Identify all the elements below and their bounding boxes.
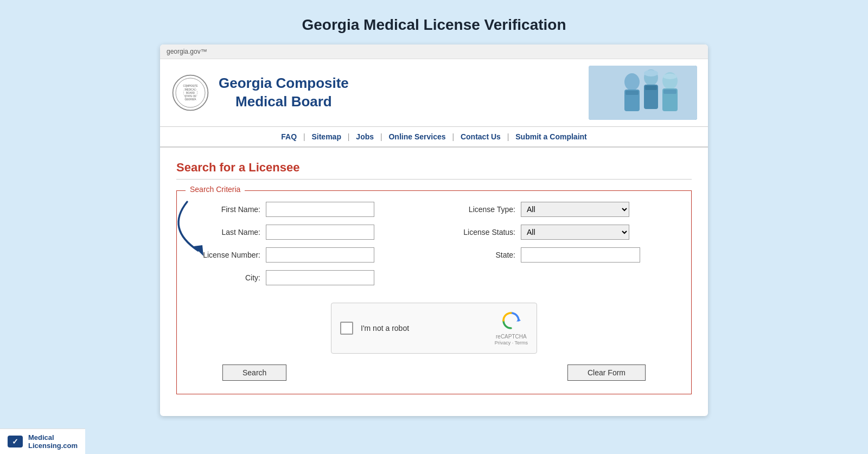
svg-text:STATE OF: STATE OF (184, 95, 196, 98)
nav-bar: FAQ | Sitemap | Jobs | Online Services |… (160, 127, 708, 148)
last-name-input[interactable] (266, 225, 374, 240)
recaptcha-brand-label: reCAPTCHA (495, 333, 528, 340)
org-name-line1: Georgia Composite (219, 74, 349, 93)
button-row: Search Clear Form (190, 365, 678, 381)
nav-sep-1: | (303, 132, 305, 141)
site-header: COMPOSITE MEDICAL BOARD STATE OF GEORGIA… (160, 59, 708, 127)
recaptcha-links: Privacy · Terms (495, 340, 528, 346)
city-input[interactable] (266, 270, 374, 285)
state-row: State: (445, 247, 678, 263)
nav-sitemap[interactable]: Sitemap (311, 132, 341, 141)
license-type-select[interactable]: All (521, 202, 629, 217)
form-left: First Name: Last Name: License Number: (190, 202, 423, 293)
svg-point-20 (663, 74, 677, 79)
captcha-box: I'm not a robot (331, 303, 537, 354)
org-title: Georgia Composite Medical Board (219, 74, 349, 111)
nav-sep-2: | (348, 132, 350, 141)
search-criteria-legend: Search Criteria (186, 185, 245, 194)
svg-rect-9 (589, 66, 697, 120)
nav-submit-complaint[interactable]: Submit a Complaint (515, 132, 586, 141)
page-title: Georgia Medical License Verification (302, 16, 566, 34)
state-label: State: (445, 251, 521, 259)
svg-point-19 (644, 70, 658, 76)
browser-address-bar: georgia.gov™ (160, 44, 708, 59)
nav-online-services[interactable]: Online Services (388, 132, 445, 141)
nav-sep-3: | (380, 132, 382, 141)
org-name-line2: Medical Board (219, 93, 349, 111)
captcha-checkbox[interactable] (340, 322, 353, 335)
search-criteria-box: Search Criteria First Name: Last Name: (176, 190, 692, 394)
nav-sep-4: | (452, 132, 454, 141)
first-name-input[interactable] (266, 202, 374, 217)
svg-text:MEDICAL: MEDICAL (185, 88, 196, 91)
bottom-logo-checkmark: ✓ (12, 437, 18, 446)
city-row: City: (190, 270, 423, 285)
doctors-svg (589, 66, 697, 120)
last-name-row: Last Name: (190, 225, 423, 240)
browser-frame: georgia.gov™ COMPOSITE MEDICAL BOARD STA… (160, 44, 708, 416)
state-input[interactable] (521, 247, 640, 263)
search-button[interactable]: Search (222, 365, 286, 381)
header-left: COMPOSITE MEDICAL BOARD STATE OF GEORGIA… (171, 73, 349, 112)
first-name-label: First Name: (190, 205, 266, 214)
bottom-bar: ✓ Medical Licensing.com (0, 429, 85, 454)
license-number-input[interactable] (266, 247, 374, 263)
content-area: Search for a Licensee Search Criteria Fi… (160, 148, 708, 416)
license-type-label: License Type: (445, 205, 521, 214)
section-title: Search for a Licensee (176, 161, 692, 175)
license-status-row: License Status: All (445, 225, 678, 240)
georgia-seal: COMPOSITE MEDICAL BOARD STATE OF GEORGIA (171, 73, 210, 112)
captcha-right: reCAPTCHA Privacy · Terms (495, 311, 528, 346)
recaptcha-icon (495, 311, 528, 333)
brand-line1: Medical (28, 433, 78, 442)
form-grid: First Name: Last Name: License Number: (190, 202, 678, 293)
first-name-row: First Name: (190, 202, 423, 217)
header-doctors-image (589, 66, 697, 120)
license-status-select[interactable]: All (521, 225, 629, 240)
nav-jobs[interactable]: Jobs (356, 132, 374, 141)
license-number-row: License Number: (190, 247, 423, 263)
brand-line2: Licensing.com (28, 442, 78, 450)
license-number-label: License Number: (190, 251, 266, 259)
clear-form-button[interactable]: Clear Form (567, 365, 646, 381)
license-status-label: License Status: (445, 228, 521, 236)
nav-faq[interactable]: FAQ (281, 132, 297, 141)
nav-contact-us[interactable]: Contact Us (461, 132, 501, 141)
license-type-row: License Type: All (445, 202, 678, 217)
captcha-label: I'm not a robot (361, 324, 409, 332)
bottom-brand-text: Medical Licensing.com (28, 433, 78, 450)
bottom-logo-icon: ✓ (8, 436, 23, 447)
section-divider (176, 179, 692, 180)
svg-text:BOARD: BOARD (186, 92, 195, 94)
city-label: City: (190, 273, 266, 282)
svg-rect-18 (663, 89, 676, 94)
nav-sep-5: | (507, 132, 509, 141)
address-bar-text: georgia.gov™ (167, 48, 207, 55)
svg-point-10 (624, 73, 640, 91)
last-name-label: Last Name: (190, 228, 266, 236)
svg-rect-17 (645, 86, 657, 90)
captcha-left: I'm not a robot (340, 322, 409, 335)
recaptcha-svg (501, 311, 521, 330)
captcha-area: I'm not a robot (190, 303, 678, 354)
svg-rect-16 (626, 91, 639, 95)
form-right: License Type: All License Status: All (445, 202, 678, 293)
